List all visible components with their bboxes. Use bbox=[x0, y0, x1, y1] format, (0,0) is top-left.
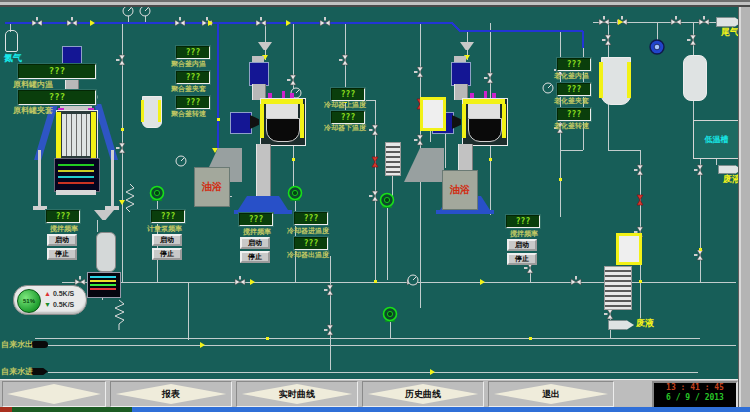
lcd-aging-jacket: ??? bbox=[557, 83, 591, 96]
menu-diamond: 报表 bbox=[116, 384, 226, 404]
reactor2-jacket-band bbox=[260, 104, 264, 138]
reactor1-foot bbox=[33, 206, 47, 210]
taskbar bbox=[0, 407, 750, 412]
ramp-down-value: 0.5K/S bbox=[53, 301, 74, 308]
reactor3-base-plate bbox=[436, 210, 494, 214]
ramp-percent-gauge: 51% bbox=[17, 289, 41, 313]
arrow-down-icon: ▼ bbox=[44, 301, 51, 308]
lcd-label: 原料罐夹套 bbox=[13, 107, 53, 115]
reactor1-leg bbox=[111, 150, 114, 208]
bottom-jacketed-vessel bbox=[616, 233, 642, 265]
ramp-rate-control[interactable]: 51% ▲ 0.5K/S ▼ 0.5K/S bbox=[13, 285, 87, 315]
heater-trace bbox=[58, 170, 94, 172]
oil-bath-box-2: 油浴 bbox=[442, 170, 478, 210]
lcd-poly-jacket: ??? bbox=[176, 71, 210, 84]
low-temp-tank-box: 低温槽 bbox=[693, 120, 740, 159]
reactor1-heater-tray bbox=[56, 190, 96, 195]
menu-bar: 报表 实时曲线 历史曲线 退出 bbox=[0, 379, 738, 408]
start-button-stir3[interactable]: 启动 bbox=[507, 239, 537, 251]
reactor2-motor bbox=[249, 62, 269, 86]
menu-item-exit[interactable]: 退出 bbox=[488, 381, 614, 407]
lcd-label: 老化釜夹套 bbox=[554, 97, 589, 104]
lcd-raw-tank-jacket: ??? bbox=[18, 90, 96, 105]
lcd-label: 老化釜转速 bbox=[554, 122, 589, 129]
oil-bath-label: 油浴 bbox=[450, 183, 470, 197]
start-button-stir2[interactable]: 启动 bbox=[240, 237, 270, 249]
reactor3-jacket-band bbox=[502, 104, 506, 138]
menu-item-blank[interactable] bbox=[2, 381, 106, 407]
taskbar-green-segment bbox=[12, 407, 132, 412]
reactor1-foot bbox=[105, 206, 119, 210]
reactor2-stand-column bbox=[256, 144, 271, 196]
menu-diamond: 实时曲线 bbox=[242, 384, 352, 404]
condenser-column bbox=[683, 55, 707, 101]
lcd-label: 聚合釜内温 bbox=[171, 60, 206, 67]
reactor3-motor bbox=[451, 62, 471, 86]
menu-item-history-curve[interactable]: 历史曲线 bbox=[362, 381, 484, 407]
lcd-cooler-lower-temp: ??? bbox=[331, 111, 365, 124]
lcd-aging-temp: ??? bbox=[557, 58, 591, 71]
lcd-aging-speed: ??? bbox=[557, 108, 591, 121]
right-vessel-band bbox=[627, 62, 631, 98]
reactor2-jacket-band bbox=[300, 104, 304, 138]
feed-vessel-band bbox=[158, 100, 161, 122]
lcd-label: 原料罐内温 bbox=[13, 81, 53, 89]
lcd-label: 搅拌频率 bbox=[243, 228, 271, 235]
lcd-cooler-upper-temp: ??? bbox=[331, 88, 365, 101]
heater-trace bbox=[58, 182, 94, 184]
stop-button-metering-pump[interactable]: 停止 bbox=[152, 248, 182, 260]
reactor1-leg bbox=[38, 150, 41, 208]
low-temp-tank-label: 低温槽 bbox=[705, 134, 729, 145]
window-right-border bbox=[738, 7, 750, 412]
reactor3-vessel-upper bbox=[468, 104, 500, 118]
lcd-raw-tank-temp: ??? bbox=[18, 64, 96, 79]
reactor1-jacket-band bbox=[56, 112, 61, 158]
ramp-up-rate: ▲ 0.5K/S bbox=[44, 290, 74, 297]
reactor2-agitator-motor bbox=[230, 112, 252, 134]
clock-date: 6 / 9 / 2013 bbox=[654, 393, 736, 403]
heater-trace bbox=[58, 176, 94, 178]
tap-water-out-label: 自来水出 bbox=[1, 341, 33, 349]
reactor2-vessel-upper bbox=[266, 104, 298, 118]
oil-bath-label: 油浴 bbox=[202, 180, 222, 194]
menu-diamond: 退出 bbox=[494, 384, 608, 404]
lcd-label: 搅拌频率 bbox=[510, 230, 538, 237]
nitrogen-label: 氮气 bbox=[4, 54, 22, 63]
clock-time: 13 : 41 : 45 bbox=[654, 383, 736, 393]
lcd-label: 冷却器出温度 bbox=[287, 251, 329, 258]
lcd-label: 冷却器下温度 bbox=[324, 124, 366, 131]
feed-vessel-band bbox=[141, 100, 144, 122]
reactor1-jacket-band bbox=[91, 112, 96, 158]
menu-item-realtime-curve[interactable]: 实时曲线 bbox=[236, 381, 358, 407]
lcd-stir-freq-1: ??? bbox=[46, 210, 80, 223]
lcd-poly-temp: ??? bbox=[176, 46, 210, 59]
lcd-label: 冷却器上温度 bbox=[324, 101, 366, 108]
trend-trace bbox=[90, 280, 116, 282]
reactor2-nozzle bbox=[290, 93, 294, 98]
ramp-down-rate: ▼ 0.5K/S bbox=[44, 301, 74, 308]
stop-button-stir1[interactable]: 停止 bbox=[47, 248, 77, 260]
lcd-label: 聚合釜转速 bbox=[171, 110, 206, 117]
start-button-metering-pump[interactable]: 启动 bbox=[152, 234, 182, 246]
lcd-stir-freq-2: ??? bbox=[239, 213, 273, 226]
reactor3-vessel-lower bbox=[468, 118, 502, 142]
start-button-stir1[interactable]: 启动 bbox=[47, 234, 77, 246]
reactor3-nozzle bbox=[484, 91, 487, 98]
menu-item-report[interactable]: 报表 bbox=[110, 381, 232, 407]
reactor2-nozzle bbox=[268, 93, 272, 98]
lcd-cooler-outlet-temp: ??? bbox=[294, 237, 328, 250]
trend-trace bbox=[90, 288, 116, 290]
lcd-label: 计量泵频率 bbox=[147, 225, 182, 232]
menu-diamond: 历史曲线 bbox=[368, 384, 478, 404]
reactor2-nozzle bbox=[282, 91, 285, 98]
stop-button-stir3[interactable]: 停止 bbox=[507, 253, 537, 265]
metering-cylinder bbox=[96, 232, 116, 272]
taskbar-blue-segment[interactable] bbox=[132, 407, 750, 412]
lcd-cooler-inlet-temp: ??? bbox=[294, 212, 328, 225]
stop-button-stir2[interactable]: 停止 bbox=[240, 251, 270, 263]
bottom-heat-exchanger bbox=[604, 266, 632, 310]
oil-bath-box-1: 油浴 bbox=[194, 167, 230, 207]
mid-jacketed-vessel bbox=[420, 97, 446, 131]
heater-trace bbox=[58, 164, 94, 166]
window-top-border bbox=[0, 0, 750, 7]
